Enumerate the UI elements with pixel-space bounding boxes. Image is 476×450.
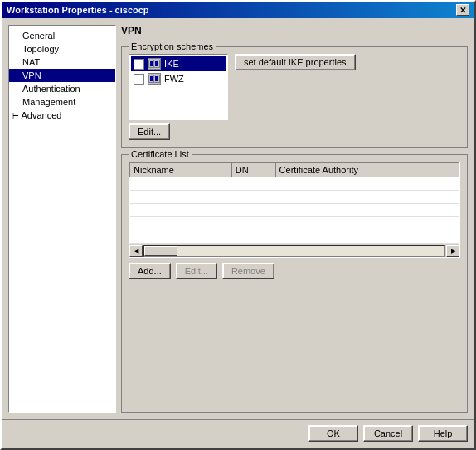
content-area: GeneralTopologyNATVPNAuthenticationManag…: [2, 18, 474, 419]
col-dn: DN: [231, 163, 275, 177]
cancel-button[interactable]: Cancel: [363, 425, 413, 442]
svg-rect-9: [155, 76, 158, 81]
scroll-right-arrow[interactable]: ▶: [446, 245, 459, 257]
main-panel: VPN Encryption schemes ✓: [121, 25, 468, 413]
h-scrollbar[interactable]: [143, 245, 445, 257]
set-default-ike-button[interactable]: set default IKE properties: [235, 54, 356, 70]
sidebar: GeneralTopologyNATVPNAuthenticationManag…: [8, 25, 116, 413]
ok-button[interactable]: OK: [308, 425, 358, 442]
cert-row: [130, 191, 459, 204]
remove-cert-button[interactable]: Remove: [222, 263, 274, 279]
certificate-group: Certificate List Nickname DN Certificate…: [121, 154, 468, 413]
sidebar-item-general[interactable]: General: [9, 29, 115, 42]
encryption-list: ✓ IKE: [129, 54, 228, 120]
panel-title: VPN: [121, 25, 468, 36]
main-window: Workstation Properties - ciscocp ✕ Gener…: [0, 0, 476, 450]
window-title: Workstation Properties - ciscocp: [7, 5, 149, 15]
enc-label-ike: IKE: [164, 59, 179, 69]
sidebar-item-management[interactable]: Management: [9, 95, 115, 109]
close-button[interactable]: ✕: [456, 4, 469, 16]
sidebar-item-advanced[interactable]: ⊢ Advanced: [9, 109, 115, 122]
svg-rect-4: [155, 61, 158, 66]
edit-cert-button[interactable]: Edit...: [176, 263, 217, 279]
col-nickname: Nickname: [130, 163, 232, 177]
cert-row: [130, 177, 459, 191]
cert-row: [130, 217, 459, 230]
title-bar: Workstation Properties - ciscocp ✕: [2, 2, 474, 18]
enc-item-fwz[interactable]: FWZ: [131, 71, 226, 86]
edit-enc-row: Edit...: [129, 123, 460, 140]
cert-buttons: Add... Edit... Remove: [129, 263, 460, 279]
sidebar-item-authentication[interactable]: Authentication: [9, 82, 115, 95]
enc-icon-ike: [148, 58, 161, 70]
add-cert-button[interactable]: Add...: [129, 263, 171, 279]
cert-table-container: Nickname DN Certificate Authority: [129, 162, 460, 258]
enc-checkbox-ike[interactable]: ✓: [134, 59, 144, 70]
encryption-group-label: Encryption schemes: [129, 41, 216, 51]
sidebar-item-topology[interactable]: Topology: [9, 42, 115, 56]
scroll-left-arrow[interactable]: ◀: [129, 245, 143, 257]
sidebar-item-nat[interactable]: NAT: [9, 56, 115, 69]
encryption-group: Encryption schemes ✓: [121, 46, 468, 148]
certificate-group-label: Certificate List: [129, 149, 192, 159]
encryption-section: ✓ IKE: [129, 54, 460, 120]
svg-rect-3: [150, 61, 153, 66]
enc-item-ike[interactable]: ✓ IKE: [131, 56, 226, 71]
sidebar-item-vpn[interactable]: VPN: [9, 69, 115, 82]
edit-enc-button[interactable]: Edit...: [129, 123, 170, 140]
cert-row: [130, 230, 459, 244]
svg-rect-8: [150, 76, 153, 81]
cert-row: [130, 204, 459, 217]
enc-checkbox-fwz[interactable]: [134, 74, 144, 85]
horizontal-scrollbar-row: ◀ ▶: [129, 244, 459, 257]
h-scrollbar-thumb[interactable]: [144, 246, 177, 256]
bottom-buttons: OK Cancel Help: [2, 419, 474, 448]
enc-label-fwz: FWZ: [164, 74, 184, 84]
col-ca: Certificate Authority: [275, 163, 459, 177]
cert-table: Nickname DN Certificate Authority: [129, 162, 459, 244]
help-button[interactable]: Help: [418, 425, 468, 442]
enc-icon-fwz: [148, 73, 161, 85]
